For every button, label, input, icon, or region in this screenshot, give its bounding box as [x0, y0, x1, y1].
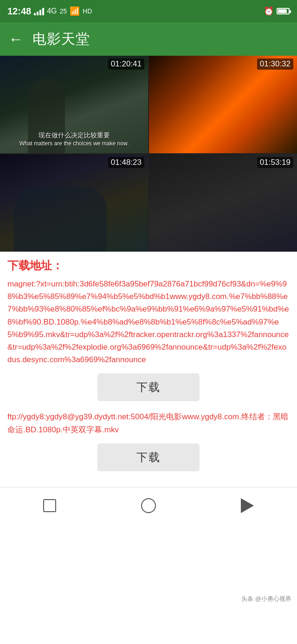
magnet-link[interactable]: magnet:?xt=urn:btih:3d6fe58fe6f3a95bef79… [7, 278, 290, 366]
timestamp-3: 01:48:23 [108, 157, 144, 168]
timestamp-2: 01:30:32 [257, 59, 293, 70]
video-grid: 01:20:41 现在做什么决定比较重要 What matters are th… [0, 56, 297, 252]
nav-back-button[interactable] [137, 494, 160, 517]
alarm-icon: ⏰ [264, 6, 274, 16]
download-button-2[interactable]: 下载 [97, 443, 200, 471]
bottom-nav [0, 487, 297, 524]
back-icon [141, 498, 156, 513]
time-display: 12:48 [7, 6, 31, 17]
wifi-icon: 📶 [70, 6, 80, 16]
timestamp-4: 01:53:19 [257, 157, 293, 168]
nav-home-button[interactable] [38, 494, 61, 517]
download-label: 下载地址： [7, 258, 290, 273]
network-type: 4G [47, 7, 57, 15]
content-area: 下载地址： magnet:?xt=urn:btih:3d6fe58fe6f3a9… [0, 252, 297, 487]
battery-icon [277, 8, 290, 14]
video-thumb-2[interactable]: 01:30:32 [149, 56, 297, 153]
subtitle-1: 现在做什么决定比较重要 What matters are the choices… [0, 131, 148, 148]
timestamp-1: 01:20:41 [108, 59, 144, 70]
home-icon [43, 499, 56, 512]
ftp-link[interactable]: ftp://ygdy8:ygdy8@yg39.dydytt.net:5004/阳… [7, 410, 290, 436]
video-thumb-3[interactable]: 01:48:23 [0, 154, 148, 252]
hd-label: HD [83, 7, 92, 15]
nav-recent-button[interactable] [236, 494, 259, 517]
app-title: 电影天堂 [32, 30, 90, 49]
video-thumb-4[interactable]: 01:53:19 [149, 154, 297, 252]
signal-strength: 25 [60, 7, 67, 15]
recent-icon [241, 498, 254, 513]
back-button[interactable]: ← [8, 31, 23, 48]
status-right: ⏰ [264, 6, 290, 16]
status-left: 12:48 4G 25 📶 HD [7, 6, 92, 17]
app-bar: ← 电影天堂 [0, 22, 297, 56]
watermark: 头条 @小勇心视界 [241, 595, 291, 603]
video-thumb-1[interactable]: 01:20:41 现在做什么决定比较重要 What matters are th… [0, 56, 148, 153]
signal-bars-icon [34, 7, 44, 15]
download-button-1[interactable]: 下载 [97, 373, 200, 401]
status-bar: 12:48 4G 25 📶 HD ⏰ [0, 0, 297, 22]
